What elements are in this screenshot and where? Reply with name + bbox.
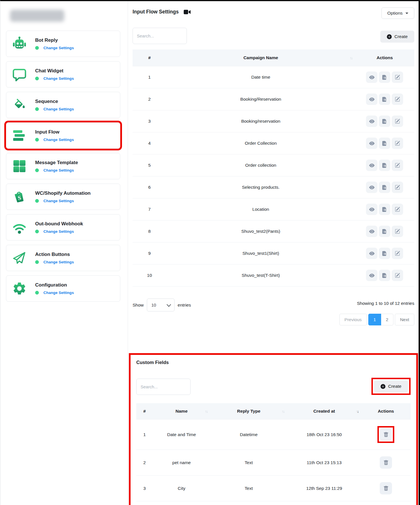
change-settings-link[interactable]: Change Settings xyxy=(43,260,74,264)
change-settings-link[interactable]: Change Settings xyxy=(43,76,74,81)
view-button[interactable] xyxy=(366,204,377,215)
sidebar-item-action-buttons[interactable]: Action ButtonsChange Settings xyxy=(6,245,120,271)
view-button[interactable] xyxy=(366,94,377,105)
plus-circle-icon xyxy=(387,34,392,39)
view-button[interactable] xyxy=(366,116,377,127)
delete-button[interactable] xyxy=(380,428,392,441)
reply-type: Text xyxy=(210,501,287,505)
edit-button[interactable] xyxy=(392,248,403,259)
export-button[interactable] xyxy=(379,71,390,83)
export-button[interactable] xyxy=(379,204,390,215)
custom-fields-search-input[interactable] xyxy=(136,379,191,395)
export-button[interactable] xyxy=(379,160,390,171)
view-button[interactable] xyxy=(366,160,377,171)
sidebar-item-out-bound-webhook[interactable]: Out-bound WebhookChange Settings xyxy=(6,214,120,240)
create-button-label: Create xyxy=(394,34,408,39)
delete-button[interactable] xyxy=(380,482,392,494)
video-camera-icon[interactable] xyxy=(184,9,191,15)
custom-fields-create-button[interactable]: Create xyxy=(374,380,408,392)
edit-button[interactable] xyxy=(392,116,403,127)
list-bars-icon xyxy=(11,127,28,144)
row-number: 1 xyxy=(133,66,166,88)
view-button[interactable] xyxy=(366,138,377,149)
column-header-created-at[interactable]: Created at↑↓ xyxy=(287,403,361,419)
campaign-table: #Campaign Name↑↓Actions 1Date time2Booki… xyxy=(133,49,414,287)
entries-summary: Showing 1 to 10 of 12 entries xyxy=(357,301,414,306)
campaign-search-input[interactable] xyxy=(133,28,187,44)
view-button[interactable] xyxy=(366,270,377,281)
export-button[interactable] xyxy=(379,248,390,259)
sidebar-item-message-template[interactable]: Message TemplateChange Settings xyxy=(6,153,120,179)
input-flow-panel: Create #Campaign Name↑↓Actions 1Date tim… xyxy=(133,28,414,325)
view-button[interactable] xyxy=(366,182,377,193)
edit-button[interactable] xyxy=(392,94,403,105)
campaign-row: 3Booking/reservation xyxy=(133,110,414,132)
sidebar-item-configuration[interactable]: ConfigurationChange Settings xyxy=(6,275,120,302)
sidebar-item-bot-reply[interactable]: Bot ReplyChange Settings xyxy=(6,31,120,57)
column-header-campaign-name[interactable]: Campaign Name↑↓ xyxy=(166,49,355,66)
column-header-reply-type[interactable]: Reply Type↑↓ xyxy=(210,403,287,419)
page-size-select[interactable]: 10 xyxy=(147,299,175,311)
status-dot-icon xyxy=(35,107,39,111)
delete-button[interactable] xyxy=(380,456,392,469)
robot-icon xyxy=(11,35,28,52)
reply-type: Text xyxy=(210,450,287,476)
edit-icon xyxy=(395,273,400,278)
export-button[interactable] xyxy=(379,94,390,105)
row-number: 4 xyxy=(136,501,153,505)
edit-icon xyxy=(395,185,400,190)
change-settings-link[interactable]: Change Settings xyxy=(43,291,74,295)
change-settings-link[interactable]: Change Settings xyxy=(43,199,74,203)
column-header-name[interactable]: Name↑↓ xyxy=(153,403,211,419)
pagination-previous[interactable]: Previous xyxy=(339,314,367,325)
options-button[interactable]: Options xyxy=(381,7,414,19)
edit-button[interactable] xyxy=(392,270,403,281)
chevron-down-icon xyxy=(167,302,171,307)
column-header-label: # xyxy=(143,409,146,413)
field-name: City xyxy=(153,476,211,501)
campaign-row: 5Order collection xyxy=(133,154,414,176)
pagination-page-1[interactable]: 1 xyxy=(368,314,381,325)
sidebar-item-label: Action Buttons xyxy=(35,252,74,257)
field-name: Name xyxy=(153,501,211,505)
create-highlight-box: Create xyxy=(371,378,411,395)
sidebar-item-input-flow[interactable]: Input FlowChange Settings xyxy=(6,122,120,149)
created-at: 12th Sep 23 11:27 xyxy=(287,501,361,505)
campaign-row: 10Shuvo_test(T-Shirt) xyxy=(133,265,414,287)
export-button[interactable] xyxy=(379,226,390,237)
campaign-table-footer: Show 10 entries Showing 1 to 10 of 12 en… xyxy=(133,299,414,311)
grid-icon xyxy=(11,158,28,174)
row-number: 2 xyxy=(136,450,153,476)
view-button[interactable] xyxy=(366,248,377,259)
edit-button[interactable] xyxy=(392,71,403,83)
export-button[interactable] xyxy=(379,138,390,149)
sidebar-item-chat-widget[interactable]: Chat WidgetChange Settings xyxy=(6,61,120,88)
sidebar-item-wc-shopify-automation[interactable]: SWC/Shopify AutomationChange Settings xyxy=(6,184,120,210)
trash-icon xyxy=(383,486,389,491)
pagination-page-2[interactable]: 2 xyxy=(381,314,394,325)
view-icon xyxy=(369,141,375,146)
change-settings-link[interactable]: Change Settings xyxy=(43,138,74,142)
export-button[interactable] xyxy=(379,182,390,193)
edit-button[interactable] xyxy=(392,160,403,171)
edit-button[interactable] xyxy=(392,226,403,237)
sidebar-item-sequence[interactable]: SequenceChange Settings xyxy=(6,92,120,118)
options-button-label: Options xyxy=(387,11,403,16)
pagination-next[interactable]: Next xyxy=(395,314,414,325)
edit-button[interactable] xyxy=(392,204,403,215)
edit-button[interactable] xyxy=(392,182,403,193)
view-button[interactable] xyxy=(366,226,377,237)
export-button[interactable] xyxy=(379,270,390,281)
export-button[interactable] xyxy=(379,116,390,127)
row-number: 7 xyxy=(133,198,166,220)
change-settings-link[interactable]: Change Settings xyxy=(43,168,74,172)
view-icon xyxy=(369,251,375,256)
view-button[interactable] xyxy=(366,71,377,83)
trash-icon xyxy=(383,460,389,465)
campaign-create-button[interactable]: Create xyxy=(380,31,414,43)
change-settings-link[interactable]: Change Settings xyxy=(43,46,74,50)
campaign-name: Booking/reservation xyxy=(166,110,355,132)
edit-button[interactable] xyxy=(392,138,403,149)
change-settings-link[interactable]: Change Settings xyxy=(43,107,74,111)
change-settings-link[interactable]: Change Settings xyxy=(43,229,74,234)
